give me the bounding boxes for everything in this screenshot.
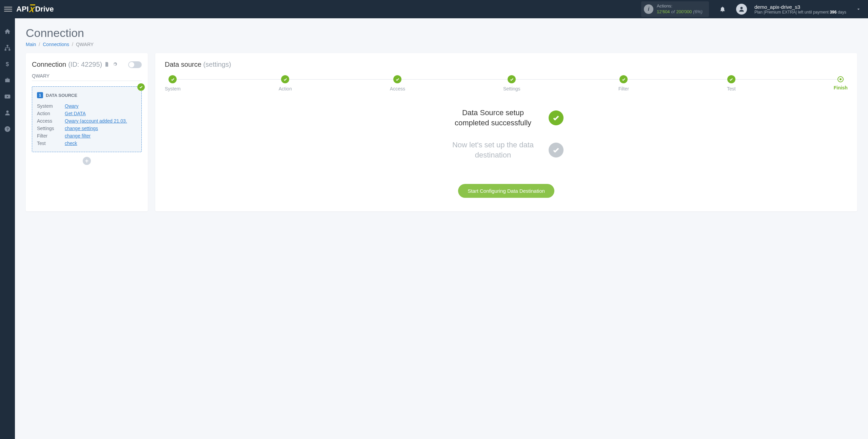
info-icon: i xyxy=(644,4,653,14)
actions-widget[interactable]: i Actions: 12'604 of 200'000 (6%) xyxy=(641,1,709,17)
breadcrumb-sep: / xyxy=(72,42,73,47)
topbar: API X Drive i Actions: 12'604 of 200'000… xyxy=(0,0,868,18)
enable-toggle[interactable] xyxy=(128,61,142,68)
source-row-label: Action xyxy=(37,111,65,116)
source-row-value[interactable]: change filter xyxy=(65,133,91,139)
logo-post: Drive xyxy=(35,5,54,14)
status-done-row: Data Source setup completed successfully xyxy=(449,108,564,128)
source-row-value[interactable]: Qwary xyxy=(65,103,78,109)
status-block: Data Source setup completed successfully… xyxy=(165,108,848,198)
logo-x: X xyxy=(29,4,35,14)
user-icon[interactable] xyxy=(4,109,11,117)
logo[interactable]: API X Drive xyxy=(16,4,54,14)
source-number: 1 xyxy=(37,92,43,98)
step-test[interactable]: Test xyxy=(727,75,736,91)
hamburger-menu[interactable] xyxy=(4,5,12,13)
add-button[interactable]: + xyxy=(83,157,91,165)
step-label: Settings xyxy=(503,86,520,91)
status-pending-row: Now let's set up the data destination xyxy=(449,140,564,160)
svg-point-6 xyxy=(6,110,9,113)
actions-total: 200'000 xyxy=(676,9,692,15)
source-row-label: Test xyxy=(37,141,65,146)
data-source-panel: Data source (settings) SystemActionAcces… xyxy=(155,53,857,211)
actions-percent: (6%) xyxy=(693,9,702,15)
main: Connection Main / Connections / QWARY Co… xyxy=(15,18,868,439)
sitemap-icon[interactable] xyxy=(4,44,11,51)
plan-prefix: Plan | xyxy=(754,10,765,15)
home-icon[interactable] xyxy=(4,28,11,35)
breadcrumb-main[interactable]: Main xyxy=(26,42,36,47)
data-source-header: Data source (settings) xyxy=(165,61,848,68)
sidebar: $ ? xyxy=(0,18,15,439)
data-source-box[interactable]: 1 DATA SOURCE SystemQwaryActionGet DATAA… xyxy=(32,86,142,152)
svg-rect-1 xyxy=(7,45,8,46)
logo-pre: API xyxy=(16,5,29,14)
check-circle-icon xyxy=(549,110,564,125)
svg-point-0 xyxy=(741,7,743,9)
step-dot xyxy=(727,75,735,83)
step-dot xyxy=(619,75,628,83)
ds-subtitle: (settings) xyxy=(203,61,231,68)
document-icon[interactable] xyxy=(104,62,110,68)
plan-mid: | left until payment xyxy=(796,10,830,15)
step-dot xyxy=(837,76,844,82)
chevron-down-icon[interactable] xyxy=(853,6,864,12)
connection-id: (ID: 42295) xyxy=(68,61,102,68)
ds-title: Data source xyxy=(165,61,203,68)
source-row-value[interactable]: check xyxy=(65,141,77,146)
source-row: ActionGet DATA xyxy=(37,110,137,117)
source-row-value[interactable]: change settings xyxy=(65,126,98,131)
stepper: SystemActionAccessSettingsFilterTestFini… xyxy=(165,75,848,91)
source-row: AccessQwary (account added 21.03. xyxy=(37,117,137,125)
step-access[interactable]: Access xyxy=(390,75,405,91)
page-title: Connection xyxy=(26,26,857,40)
start-configuring-button[interactable]: Start Configuring Data Destination xyxy=(458,184,554,198)
step-label: Test xyxy=(727,86,736,91)
step-finish[interactable]: Finish xyxy=(834,76,848,90)
help-icon[interactable]: ? xyxy=(4,125,11,133)
source-title: 1 DATA SOURCE xyxy=(37,92,137,98)
step-settings[interactable]: Settings xyxy=(503,75,520,91)
step-label: System xyxy=(165,86,181,91)
step-filter[interactable]: Filter xyxy=(618,75,629,91)
briefcase-icon[interactable] xyxy=(4,77,11,84)
source-row: SystemQwary xyxy=(37,102,137,110)
status-done-text: Data Source setup completed successfully xyxy=(449,108,537,128)
step-system[interactable]: System xyxy=(165,75,181,91)
breadcrumb-connections[interactable]: Connections xyxy=(43,42,69,47)
account-plan: Plan |Premium EXTRA| left until payment … xyxy=(754,10,846,15)
status-pending-text: Now let's set up the data destination xyxy=(449,140,537,160)
step-label: Finish xyxy=(834,85,848,90)
source-row: Testcheck xyxy=(37,140,137,147)
gear-icon[interactable] xyxy=(112,62,118,68)
bell-icon[interactable] xyxy=(713,6,732,13)
youtube-icon[interactable] xyxy=(4,93,11,100)
actions-label: Actions: xyxy=(657,3,703,9)
avatar-icon[interactable] xyxy=(736,4,747,15)
source-row-label: Settings xyxy=(37,126,65,131)
account-info[interactable]: demo_apix-drive_s3 Plan |Premium EXTRA| … xyxy=(754,4,846,15)
source-row-value[interactable]: Qwary (account added 21.03. xyxy=(65,118,127,124)
dollar-icon[interactable]: $ xyxy=(4,60,11,68)
breadcrumb-sep: / xyxy=(39,42,40,47)
svg-rect-3 xyxy=(8,49,10,50)
plan-days: 396 xyxy=(830,10,836,15)
actions-text: Actions: 12'604 of 200'000 (6%) xyxy=(657,3,703,15)
step-dot xyxy=(281,75,289,83)
source-row-label: Access xyxy=(37,118,65,124)
step-label: Action xyxy=(279,86,292,91)
svg-rect-2 xyxy=(5,49,6,50)
svg-text:?: ? xyxy=(6,127,9,131)
step-label: Access xyxy=(390,86,405,91)
plan-name: Premium EXTRA xyxy=(765,10,795,15)
svg-text:$: $ xyxy=(6,61,9,67)
source-title-text: DATA SOURCE xyxy=(46,93,77,98)
breadcrumb: Main / Connections / QWARY xyxy=(26,42,857,47)
step-action[interactable]: Action xyxy=(279,75,292,91)
connection-title: Connection xyxy=(32,61,66,68)
step-label: Filter xyxy=(618,86,629,91)
source-row-value[interactable]: Get DATA xyxy=(65,111,86,116)
source-row: Settingschange settings xyxy=(37,125,137,132)
source-row-label: System xyxy=(37,103,65,109)
step-dot xyxy=(508,75,516,83)
